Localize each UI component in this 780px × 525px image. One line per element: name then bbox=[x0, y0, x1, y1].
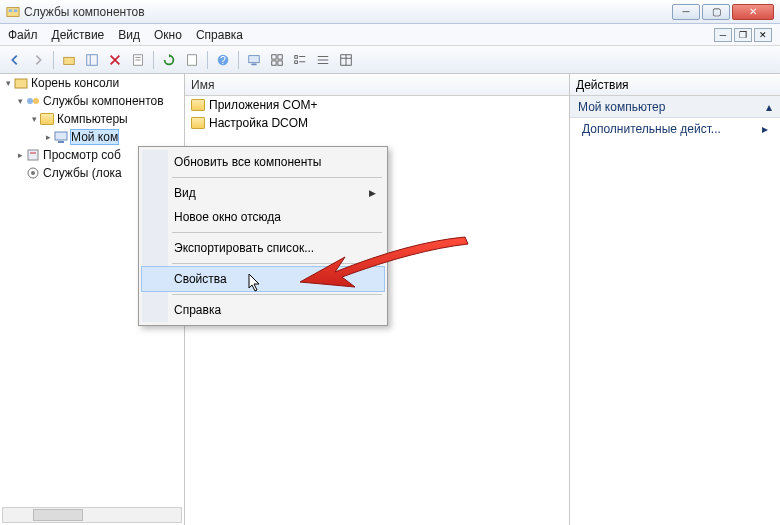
svg-rect-14 bbox=[272, 54, 276, 58]
list-item-dcom-config[interactable]: Настройка DCOM bbox=[185, 114, 569, 132]
titlebar: Службы компонентов ─ ▢ ✕ bbox=[0, 0, 780, 24]
ctx-help[interactable]: Справка bbox=[142, 298, 384, 322]
ctx-label: Экспортировать список... bbox=[174, 241, 314, 255]
menu-action[interactable]: Действие bbox=[52, 28, 105, 42]
ctx-label: Вид bbox=[174, 186, 196, 200]
svg-rect-3 bbox=[64, 57, 75, 64]
tree-label: Просмотр соб bbox=[43, 148, 121, 162]
export-button[interactable] bbox=[182, 50, 202, 70]
list-item-label: Настройка DCOM bbox=[209, 116, 308, 130]
refresh-button[interactable] bbox=[159, 50, 179, 70]
tree-item-mycomputer[interactable]: ▸ Мой ком bbox=[0, 128, 184, 146]
view-computer-icon[interactable] bbox=[244, 50, 264, 70]
delete-button[interactable] bbox=[105, 50, 125, 70]
collapse-icon[interactable]: ▾ bbox=[28, 114, 40, 124]
actions-subject-label: Мой компьютер bbox=[578, 100, 665, 114]
actions-more[interactable]: Дополнительные дейст... ▸ bbox=[570, 118, 780, 140]
view-small-icons-button[interactable] bbox=[290, 50, 310, 70]
expand-icon[interactable]: ▸ bbox=[42, 132, 54, 142]
svg-point-30 bbox=[33, 98, 39, 104]
folder-icon bbox=[191, 99, 205, 111]
svg-point-36 bbox=[31, 171, 35, 175]
separator bbox=[172, 294, 382, 295]
list-item-label: Приложения COM+ bbox=[209, 98, 318, 112]
separator bbox=[172, 177, 382, 178]
actions-pane: Действия Мой компьютер ▴ Дополнительные … bbox=[570, 74, 780, 525]
workarea: ▾ Корень консоли ▾ Службы компонентов ▾ … bbox=[0, 74, 780, 525]
svg-rect-15 bbox=[278, 54, 282, 58]
tree-label: Компьютеры bbox=[57, 112, 128, 126]
mdi-restore-button[interactable]: ❐ bbox=[734, 28, 752, 42]
tree-horizontal-scrollbar[interactable] bbox=[2, 507, 182, 523]
mdi-minimize-button[interactable]: ─ bbox=[714, 28, 732, 42]
view-details-button[interactable] bbox=[336, 50, 356, 70]
show-hide-tree-button[interactable] bbox=[82, 50, 102, 70]
actions-more-label: Дополнительные дейст... bbox=[582, 122, 721, 136]
up-button[interactable] bbox=[59, 50, 79, 70]
ctx-view[interactable]: Вид ▶ bbox=[142, 181, 384, 205]
svg-rect-32 bbox=[58, 141, 64, 143]
collapse-icon: ▴ bbox=[766, 100, 772, 114]
expand-icon[interactable]: ▸ bbox=[14, 150, 26, 160]
view-large-icons-button[interactable] bbox=[267, 50, 287, 70]
window-buttons: ─ ▢ ✕ bbox=[672, 4, 774, 20]
tree-item-computers[interactable]: ▾ Компьютеры bbox=[0, 110, 184, 128]
component-services-icon bbox=[26, 94, 40, 108]
properties-button[interactable] bbox=[128, 50, 148, 70]
event-viewer-icon bbox=[26, 148, 40, 162]
maximize-button[interactable]: ▢ bbox=[702, 4, 730, 20]
tree-label: Мой ком bbox=[71, 130, 118, 144]
ctx-new-window[interactable]: Новое окно отсюда bbox=[142, 205, 384, 229]
svg-rect-18 bbox=[295, 55, 298, 58]
ctx-label: Свойства bbox=[174, 272, 227, 286]
ctx-refresh-all[interactable]: Обновить все компоненты bbox=[142, 150, 384, 174]
ctx-label: Обновить все компоненты bbox=[174, 155, 321, 169]
collapse-icon[interactable]: ▾ bbox=[2, 78, 14, 88]
tree-root[interactable]: ▾ Корень консоли bbox=[0, 74, 184, 92]
collapse-icon[interactable]: ▾ bbox=[14, 96, 26, 106]
svg-rect-31 bbox=[55, 132, 67, 140]
menu-help[interactable]: Справка bbox=[196, 28, 243, 42]
minimize-button[interactable]: ─ bbox=[672, 4, 700, 20]
svg-text:?: ? bbox=[220, 53, 226, 65]
svg-rect-2 bbox=[14, 9, 18, 12]
leaf-icon bbox=[14, 168, 26, 178]
view-list-button[interactable] bbox=[313, 50, 333, 70]
tree-label: Службы (лока bbox=[43, 166, 122, 180]
forward-button[interactable] bbox=[28, 50, 48, 70]
ctx-properties[interactable]: Свойства bbox=[142, 267, 384, 291]
actions-header: Действия bbox=[570, 74, 780, 96]
menu-view[interactable]: Вид bbox=[118, 28, 140, 42]
svg-rect-12 bbox=[249, 55, 260, 62]
mdi-close-button[interactable]: ✕ bbox=[754, 28, 772, 42]
ctx-label: Справка bbox=[174, 303, 221, 317]
help-button[interactable]: ? bbox=[213, 50, 233, 70]
svg-rect-16 bbox=[272, 60, 276, 64]
list-item-com-apps[interactable]: Приложения COM+ bbox=[185, 96, 569, 114]
tree-label: Службы компонентов bbox=[43, 94, 164, 108]
svg-point-29 bbox=[27, 98, 33, 104]
ctx-export-list[interactable]: Экспортировать список... bbox=[142, 236, 384, 260]
window-title: Службы компонентов bbox=[24, 5, 672, 19]
tree-item-services[interactable]: ▾ Службы компонентов bbox=[0, 92, 184, 110]
menu-file[interactable]: Файл bbox=[8, 28, 38, 42]
chevron-right-icon: ▸ bbox=[762, 122, 768, 136]
folder-icon bbox=[40, 112, 54, 126]
computer-icon bbox=[54, 130, 68, 144]
menubar: Файл Действие Вид Окно Справка ─ ❐ ✕ bbox=[0, 24, 780, 46]
column-header-name[interactable]: Имя bbox=[185, 74, 569, 96]
svg-rect-28 bbox=[15, 79, 27, 88]
folder-icon bbox=[191, 117, 205, 129]
toolbar: ? bbox=[0, 46, 780, 74]
menu-window[interactable]: Окно bbox=[154, 28, 182, 42]
close-button[interactable]: ✕ bbox=[732, 4, 774, 20]
svg-rect-1 bbox=[9, 9, 13, 12]
back-button[interactable] bbox=[5, 50, 25, 70]
chevron-right-icon: ▶ bbox=[369, 188, 376, 198]
tree-root-label: Корень консоли bbox=[31, 76, 119, 90]
svg-rect-33 bbox=[28, 150, 38, 160]
separator bbox=[172, 232, 382, 233]
ctx-label: Новое окно отсюда bbox=[174, 210, 281, 224]
actions-subject[interactable]: Мой компьютер ▴ bbox=[570, 96, 780, 118]
app-icon bbox=[6, 5, 20, 19]
